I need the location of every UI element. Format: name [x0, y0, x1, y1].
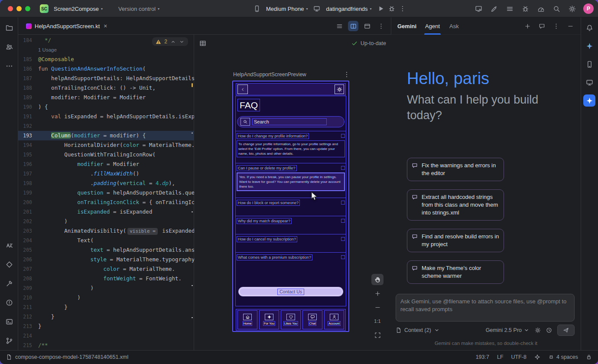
contact-us-button[interactable]: Contact Us — [238, 287, 343, 296]
zoom-to-fit-button[interactable] — [371, 329, 384, 341]
zoom-in-button[interactable] — [371, 288, 384, 299]
code-line[interactable]: 191 val isExpanded = helpAndSupportDetai… — [18, 112, 194, 121]
problems-tool-button[interactable] — [3, 296, 15, 309]
todo-button[interactable] — [505, 4, 514, 13]
code-line[interactable]: 207 color = MaterialTheme. — [18, 264, 194, 274]
ui-check-button[interactable] — [474, 4, 483, 13]
code-line[interactable]: 214 — [18, 331, 194, 341]
zoom-actual-size-button[interactable]: 1:1 — [371, 315, 384, 327]
code-line[interactable]: 198 .padding(vertical = 4.dp), — [18, 179, 194, 188]
suggestion-card[interactable]: Make my Theme's color scheme warmer — [407, 260, 504, 284]
code-line[interactable]: 187 helpAndSupportDetails: HelpAndSuppor… — [18, 74, 194, 83]
editor-preview-layout-button[interactable] — [362, 21, 372, 31]
code-line[interactable]: 188 onTrailingIconClick: () -> Unit, — [18, 83, 194, 93]
inspections-widget[interactable]: 2 — [152, 37, 188, 46]
gemini-settings-icon[interactable] — [535, 327, 541, 333]
expand-icon[interactable] — [341, 166, 345, 170]
project-tool-button[interactable] — [3, 22, 15, 34]
tab-ask[interactable]: Ask — [448, 17, 460, 35]
editor-outline-button[interactable] — [334, 21, 344, 31]
code-line[interactable]: 199 question = helpAndSupportDetails.que… — [18, 188, 194, 198]
faq-question-row[interactable]: Why did my match disappear? — [236, 217, 346, 225]
vcs-selector[interactable]: Version control ▾ — [117, 4, 161, 14]
settings-button[interactable] — [568, 4, 576, 13]
editor-tab[interactable]: HelpAndSupportScreen.kt × — [21, 17, 113, 35]
zoom-out-button[interactable] — [371, 302, 384, 313]
chat-list-button[interactable] — [537, 22, 546, 30]
chevron-up-icon[interactable] — [170, 39, 176, 45]
code-line[interactable]: 204 Text( — [18, 236, 194, 245]
ai-actions-button[interactable] — [490, 4, 498, 13]
code-editor[interactable]: 184 */1 Usage185@Composable186fun Questi… — [18, 35, 194, 350]
lock-icon[interactable] — [586, 354, 592, 360]
code-line[interactable]: 213} — [18, 322, 194, 331]
code-line[interactable]: 193 Column(modifier = modifier) { — [18, 131, 194, 140]
faq-question-row[interactable]: Can I pause or delete my profile? — [236, 164, 346, 172]
expand-icon[interactable] — [341, 255, 345, 259]
grid-view-icon[interactable] — [199, 40, 206, 47]
code-line[interactable]: 189 modifier: Modifier = Modifier — [18, 93, 194, 102]
more-tool-windows-button[interactable] — [3, 60, 15, 72]
new-chat-button[interactable] — [523, 22, 532, 30]
ai-status-icon[interactable] — [534, 354, 540, 360]
code-line[interactable]: 206 style = MaterialTheme.typography.bo — [18, 255, 194, 264]
code-line[interactable]: 205 text = helpAndSupportDetails.answer, — [18, 245, 194, 255]
translations-tool-button[interactable] — [3, 239, 15, 251]
code-line[interactable]: 196 modifier = Modifier — [18, 159, 194, 169]
history-icon[interactable] — [546, 327, 552, 333]
code-line[interactable]: 190) { — [18, 102, 194, 112]
close-window-button[interactable] — [8, 6, 13, 11]
commit-tool-button[interactable] — [3, 41, 15, 53]
app-settings-button[interactable] — [335, 84, 344, 94]
notifications-button[interactable] — [583, 22, 595, 34]
hide-panel-button[interactable] — [566, 22, 575, 30]
file-encoding[interactable]: UTF-8 — [511, 354, 526, 360]
suggestion-card[interactable]: Extract all hardcoded strings from this … — [407, 189, 504, 221]
preview-device-frame[interactable]: FAQ Search How do I change my profile in… — [232, 81, 349, 332]
close-tab-icon[interactable]: × — [104, 23, 107, 29]
editor-options-button[interactable] — [376, 21, 386, 31]
preview-more-icon[interactable] — [343, 71, 350, 78]
pan-tool-button[interactable] — [371, 274, 384, 285]
debug-button[interactable] — [388, 5, 395, 12]
code-line[interactable]: 201 isExpanded = isExpanded — [18, 207, 194, 217]
usage-hint-line[interactable]: 1 Usage — [18, 45, 194, 55]
suggestion-card[interactable]: Fix the warnings and errors in the edito… — [407, 158, 504, 181]
context-chip[interactable]: Context (2) — [396, 327, 440, 333]
run-config-selector[interactable]: datingandfriends ▾ — [324, 4, 373, 14]
code-line[interactable]: 209 ) — [18, 283, 194, 293]
line-ending[interactable]: LF — [497, 354, 504, 360]
nav-item-for-you[interactable]: For You — [259, 310, 279, 329]
project-selector[interactable]: Screen2Compose ▾ — [52, 4, 104, 14]
code-line[interactable]: 202 ) — [18, 217, 194, 226]
indent-setting[interactable]: 4 spaces — [548, 354, 578, 360]
more-run-actions-button[interactable] — [399, 5, 406, 12]
code-line[interactable]: 194 HorizontalDivider(color = MaterialTh… — [18, 140, 194, 150]
code-line[interactable]: 212 } — [18, 312, 194, 322]
prompt-input[interactable]: Ask Gemini, use @filename to attach sour… — [396, 294, 575, 322]
code-line[interactable]: 192 — [18, 121, 194, 131]
code-line[interactable]: 185@Composable — [18, 55, 194, 64]
send-button[interactable] — [557, 325, 575, 336]
status-file[interactable]: compose-compose-model-1758748140651.xml — [6, 354, 128, 360]
version-control-tool-button[interactable] — [3, 335, 15, 347]
faq-question-row[interactable]: How do I cancel my subscription? — [236, 235, 346, 243]
code-line[interactable]: 197 .fillMaxWidth() — [18, 169, 194, 179]
expand-icon[interactable] — [341, 134, 345, 138]
device-manager-button[interactable] — [583, 58, 595, 70]
code-line[interactable]: 211 } — [18, 302, 194, 312]
tab-agent[interactable]: Agent — [424, 17, 441, 35]
nav-item-chat[interactable]: Chat — [302, 310, 322, 329]
resource-manager-tool-button[interactable] — [3, 258, 15, 270]
running-devices-button[interactable] — [583, 76, 595, 88]
gemini-button[interactable] — [583, 94, 595, 107]
gemini-options-button[interactable] — [552, 22, 560, 30]
faq-question-row[interactable]: How do I change my profile information? — [236, 132, 346, 140]
expand-icon[interactable] — [341, 219, 345, 223]
nav-item-account[interactable]: Account — [324, 310, 344, 329]
code-line[interactable]: 208 fontWeight = FontWeight. — [18, 274, 194, 283]
split-editor-button[interactable] — [348, 21, 358, 31]
model-selector[interactable]: Gemini 2.5 Pro — [486, 327, 530, 333]
device-selector[interactable]: Medium Phone ▾ — [264, 4, 309, 14]
chevron-down-icon[interactable] — [179, 39, 185, 45]
